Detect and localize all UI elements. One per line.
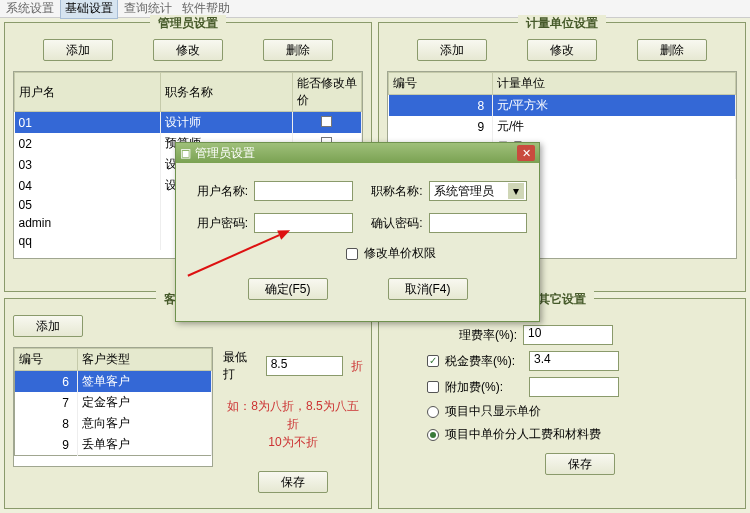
password-input[interactable] <box>254 213 353 233</box>
unit-delete-button[interactable]: 删除 <box>637 39 707 61</box>
discount-hint: 如：8为八折，8.5为八五折 10为不折 <box>223 397 363 451</box>
username-label: 用户名称: <box>188 183 248 200</box>
admin-dialog: ▣ 管理员设置 ✕ 用户名称: 职称名称: 系统管理员 ▾ 用户密码: 确认密码… <box>175 142 540 322</box>
admin-add-button[interactable]: 添加 <box>43 39 113 61</box>
min-discount-input[interactable]: 8.5 <box>266 356 343 376</box>
tax-checkbox[interactable] <box>427 355 439 367</box>
unit-col-id: 编号 <box>389 73 493 95</box>
radio-split-price[interactable] <box>427 429 439 441</box>
radio-split-price-label: 项目中单价分人工费和材料费 <box>445 426 601 443</box>
role-select[interactable]: 系统管理员 ▾ <box>429 181 528 201</box>
customer-col-type: 客户类型 <box>78 349 212 371</box>
radio-price-only-label: 项目中只显示单价 <box>445 403 541 420</box>
confirm-label: 确认密码: <box>359 215 423 232</box>
customer-panel: 客户类型 添加 编号 客户类型 6签单客户7定金客户8意向客户9丢单客户 最低打… <box>4 298 372 509</box>
password-label: 用户密码: <box>188 215 248 232</box>
unit-col-unit: 计量单位 <box>493 73 736 95</box>
dialog-cancel-button[interactable]: 取消(F4) <box>388 278 468 300</box>
extra-checkbox[interactable] <box>427 381 439 393</box>
menu-basic[interactable]: 基础设置 <box>60 0 118 19</box>
customer-col-id: 编号 <box>15 349 78 371</box>
mgmt-fee-input[interactable]: 10 <box>523 325 613 345</box>
extra-input[interactable] <box>529 377 619 397</box>
admin-delete-button[interactable]: 删除 <box>263 39 333 61</box>
perm-label: 修改单价权限 <box>364 245 436 262</box>
table-row[interactable]: 8元/平方米 <box>389 95 736 117</box>
min-discount-label: 最低打 <box>223 349 258 383</box>
discount-save-button[interactable]: 保存 <box>258 471 328 493</box>
unit-panel-title: 计量单位设置 <box>518 15 606 32</box>
table-row[interactable]: 7定金客户 <box>15 392 212 413</box>
tax-input[interactable]: 3.4 <box>529 351 619 371</box>
unit-add-button[interactable]: 添加 <box>417 39 487 61</box>
chevron-down-icon: ▾ <box>508 183 524 199</box>
table-row[interactable]: 9元/件 <box>389 116 736 137</box>
dialog-ok-button[interactable]: 确定(F5) <box>248 278 328 300</box>
dialog-title: 管理员设置 <box>195 145 255 162</box>
admin-col-canedit: 能否修改单价 <box>292 73 361 112</box>
tax-label: 税金费率(%): <box>445 353 523 370</box>
other-save-button[interactable]: 保存 <box>545 453 615 475</box>
admin-edit-button[interactable]: 修改 <box>153 39 223 61</box>
role-label: 职称名称: <box>359 183 423 200</box>
extra-label: 附加费(%): <box>445 379 523 396</box>
table-row[interactable]: 9丢单客户 <box>15 434 212 456</box>
menu-system[interactable]: 系统设置 <box>2 0 58 18</box>
role-select-value: 系统管理员 <box>434 183 494 200</box>
username-input[interactable] <box>254 181 353 201</box>
customer-table[interactable]: 编号 客户类型 6签单客户7定金客户8意向客户9丢单客户 <box>13 347 213 467</box>
table-row[interactable]: 01设计师 <box>15 112 362 134</box>
table-row[interactable]: 6签单客户 <box>15 371 212 393</box>
confirm-input[interactable] <box>429 213 528 233</box>
admin-panel-title: 管理员设置 <box>150 15 226 32</box>
admin-col-role: 职务名称 <box>160 73 292 112</box>
mgmt-fee-label: 理费率(%): <box>427 327 517 344</box>
menubar: 系统设置 基础设置 查询统计 软件帮助 <box>0 0 750 18</box>
dialog-icon: ▣ <box>180 146 191 160</box>
dialog-titlebar[interactable]: ▣ 管理员设置 ✕ <box>176 143 539 163</box>
unit-edit-button[interactable]: 修改 <box>527 39 597 61</box>
discount-suffix: 折 <box>351 358 363 375</box>
discount-area: 最低打 8.5 折 如：8为八折，8.5为八五折 10为不折 保存 <box>223 309 363 500</box>
perm-checkbox[interactable] <box>346 248 358 260</box>
table-row[interactable]: 8意向客户 <box>15 413 212 434</box>
customer-add-button[interactable]: 添加 <box>13 315 83 337</box>
close-icon[interactable]: ✕ <box>517 145 535 161</box>
admin-col-user: 用户名 <box>15 73 161 112</box>
radio-price-only[interactable] <box>427 406 439 418</box>
other-panel: 其它设置 理费率(%): 10 税金费率(%): 3.4 附加费(%): 项目中… <box>378 298 746 509</box>
